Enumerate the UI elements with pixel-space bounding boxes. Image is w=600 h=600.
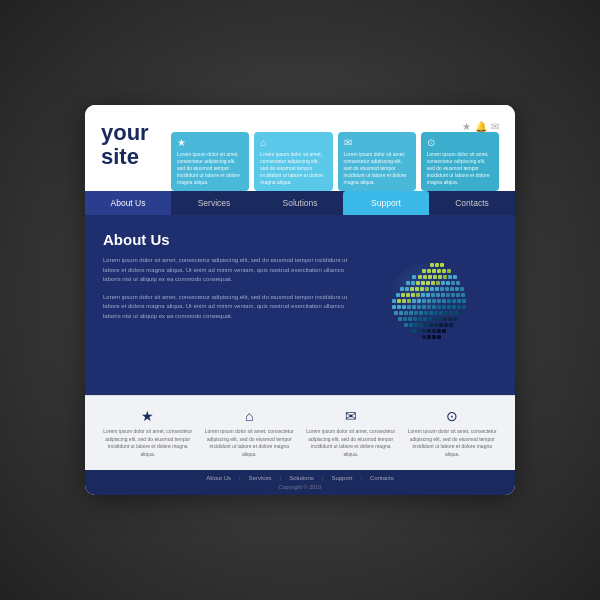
header-card-4: ⊙ Lorem ipsum dolor sit amet, consectetu… [421, 132, 499, 191]
footer-copyright: Copyright © 2010 [90, 484, 510, 490]
footer-mail-icon: ✉ [304, 408, 398, 424]
content-paragraph-1: Lorem ipsum dolor sit amet, consectetur … [103, 256, 353, 285]
footer-cards: ★ Lorem ipsum dolor sit amet, consectetu… [85, 395, 515, 470]
footer-card-1: ★ Lorem ipsum dolor sit amet, consectetu… [101, 408, 195, 458]
website-mockup: your site ★ 🔔 ✉ ★ Lorem ipsum dolor sit … [85, 105, 515, 495]
footer-nav-links: About Us | Services | Solutions | Suppor… [90, 475, 510, 481]
footer-link-support[interactable]: Support [331, 475, 352, 481]
footer-card-3: ✉ Lorem ipsum dolor sit amet, consectetu… [304, 408, 398, 458]
header: your site ★ 🔔 ✉ ★ Lorem ipsum dolor sit … [85, 105, 515, 191]
footer-clock-icon: ⊙ [406, 408, 500, 424]
nav-contacts[interactable]: Contacts [429, 191, 515, 215]
content-paragraph-2: Lorem ipsum dolor sit amet, consectetur … [103, 293, 353, 322]
header-top-icons: ★ 🔔 ✉ [171, 117, 499, 132]
globe-icon [372, 245, 492, 365]
logo: your site [101, 121, 161, 169]
footer-link-solutions[interactable]: Solutions [289, 475, 314, 481]
footer-link-about[interactable]: About Us [206, 475, 231, 481]
header-card-3: ✉ Lorem ipsum dolor sit amet, consectetu… [338, 132, 416, 191]
bell-icon[interactable]: 🔔 [475, 121, 487, 132]
star-icon[interactable]: ★ [462, 121, 471, 132]
mail-icon[interactable]: ✉ [491, 121, 499, 132]
header-cards: ★ Lorem ipsum dolor sit amet, consectetu… [171, 132, 499, 191]
nav-about-us[interactable]: About Us [85, 191, 171, 215]
content-area: About Us Lorem ipsum dolor sit amet, con… [85, 215, 515, 395]
globe-area [367, 231, 497, 379]
footer-home-icon: ⌂ [203, 408, 297, 424]
footer-link-contacts[interactable]: Contacts [370, 475, 394, 481]
nav-solutions[interactable]: Solutions [257, 191, 343, 215]
footer-card-4: ⊙ Lorem ipsum dolor sit amet, consectetu… [406, 408, 500, 458]
nav-support[interactable]: Support [343, 191, 429, 215]
footer-link-services[interactable]: Services [249, 475, 272, 481]
card-home-icon: ⌂ [260, 137, 326, 148]
svg-point-133 [389, 262, 465, 338]
card-clock-icon: ⊙ [427, 137, 493, 148]
header-card-2: ⌂ Lorem ipsum dolor sit amet, consectetu… [254, 132, 332, 191]
main-nav: About Us Services Solutions Support Cont… [85, 191, 515, 215]
nav-services[interactable]: Services [171, 191, 257, 215]
footer-nav: About Us | Services | Solutions | Suppor… [85, 470, 515, 495]
content-left: About Us Lorem ipsum dolor sit amet, con… [103, 231, 353, 379]
content-title: About Us [103, 231, 353, 248]
card-mail-icon: ✉ [344, 137, 410, 148]
footer-card-2: ⌂ Lorem ipsum dolor sit amet, consectetu… [203, 408, 297, 458]
card-star-icon: ★ [177, 137, 243, 148]
header-card-1: ★ Lorem ipsum dolor sit amet, consectetu… [171, 132, 249, 191]
footer-star-icon: ★ [101, 408, 195, 424]
